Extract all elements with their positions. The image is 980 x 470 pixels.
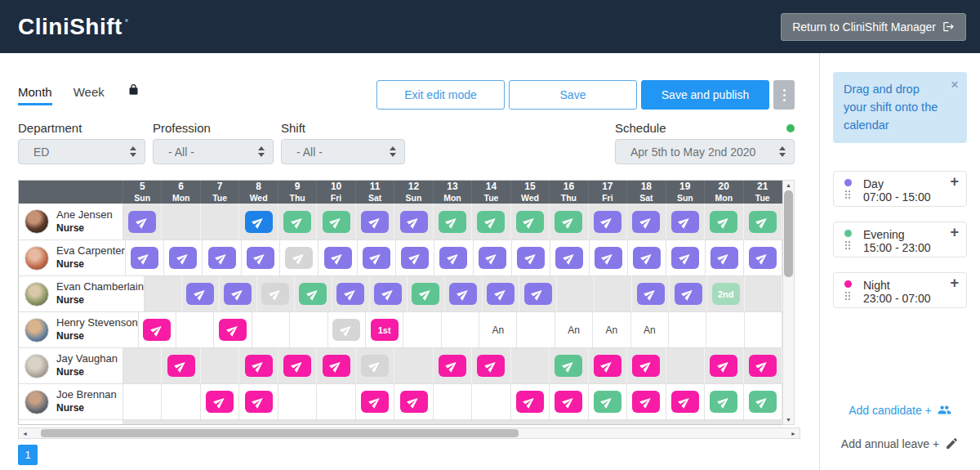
calendar-cell[interactable] <box>670 276 707 311</box>
calendar-cell[interactable]: An <box>631 312 669 347</box>
shift-badge-evening[interactable] <box>323 211 350 233</box>
shift-badge-evening[interactable] <box>439 211 466 233</box>
calendar-cell[interactable] <box>358 240 396 275</box>
calendar-cell[interactable] <box>396 240 434 275</box>
calendar-cell[interactable] <box>557 276 595 311</box>
shift-badge-day[interactable] <box>439 247 467 269</box>
add-shift-icon[interactable]: + <box>950 275 959 290</box>
shift-badge-day[interactable] <box>671 211 699 233</box>
calendar-cell[interactable] <box>595 276 632 311</box>
calendar-cell[interactable] <box>474 240 512 275</box>
calendar-cell[interactable] <box>519 276 557 311</box>
calendar-cell[interactable] <box>126 240 164 275</box>
shift-badge-night[interactable] <box>594 355 621 377</box>
shift-badge-disabled[interactable] <box>361 355 389 377</box>
calendar-cell[interactable] <box>317 348 355 383</box>
shift-badge-day[interactable] <box>675 283 702 305</box>
calendar-cell[interactable] <box>123 348 162 383</box>
shift-badge-disabled[interactable] <box>332 319 360 341</box>
shift-badge-day[interactable] <box>336 283 364 305</box>
shift-badge-night[interactable] <box>143 319 171 341</box>
calendar-cell[interactable] <box>332 276 370 311</box>
calendar-cell[interactable] <box>139 312 176 347</box>
shift-badge-evening[interactable] <box>283 211 311 233</box>
calendar-cell[interactable] <box>176 312 214 347</box>
calendar-cell[interactable]: An <box>555 312 593 347</box>
calendar-cell[interactable] <box>356 384 394 419</box>
shift-badge-day[interactable] <box>479 247 506 269</box>
calendar-cell[interactable]: 1st <box>366 312 403 347</box>
scroll-down-icon[interactable]: ▼ <box>786 415 791 424</box>
shift-badge-day[interactable] <box>749 247 777 269</box>
department-select[interactable]: ED <box>18 139 145 164</box>
shift-badge-blue[interactable] <box>245 211 273 233</box>
shift-badge-day[interactable] <box>363 247 390 269</box>
calendar-cell[interactable] <box>214 312 252 347</box>
add-shift-icon[interactable]: + <box>950 174 959 189</box>
add-annual-leave-link[interactable]: Add annual leave + <box>833 436 967 450</box>
shift-badge-day[interactable] <box>594 211 621 233</box>
shift-badge-day[interactable] <box>361 211 389 233</box>
shift-badge-night[interactable] <box>206 391 234 413</box>
calendar-cell[interactable] <box>666 204 705 239</box>
calendar-cell[interactable] <box>220 276 257 311</box>
calendar-cell[interactable] <box>278 384 317 419</box>
shift-badge-day[interactable] <box>555 247 583 269</box>
calendar-cell[interactable] <box>745 276 782 311</box>
scroll-left-icon[interactable]: ◄ <box>19 431 31 436</box>
calendar-cell[interactable]: An <box>593 312 630 347</box>
calendar-cell[interactable] <box>201 348 239 383</box>
shift-badge-evening[interactable] <box>555 355 582 377</box>
calendar-cell[interactable] <box>669 312 706 347</box>
drag-handle-icon[interactable] <box>845 190 850 199</box>
shift-badge-day[interactable] <box>517 247 545 269</box>
shift-badge-night[interactable] <box>632 391 660 413</box>
calendar-cell[interactable] <box>706 312 744 347</box>
calendar-cell[interactable] <box>550 384 588 419</box>
calendar-cell[interactable] <box>632 276 670 311</box>
shift-badge-night[interactable] <box>632 355 660 377</box>
shift-badge-night[interactable] <box>400 391 428 413</box>
calendar-cell[interactable] <box>164 240 203 275</box>
scroll-right-icon[interactable]: ► <box>787 431 800 436</box>
save-button[interactable]: Save <box>509 80 637 110</box>
calendar-cell[interactable] <box>472 384 510 419</box>
calendar-cell[interactable] <box>705 348 743 383</box>
calendar-cell[interactable]: An <box>479 312 517 347</box>
calendar-cell[interactable] <box>257 276 295 311</box>
calendar-cell[interactable] <box>145 276 182 311</box>
calendar-cell[interactable] <box>201 204 239 239</box>
calendar-cell[interactable] <box>394 204 433 239</box>
shift-badge-night[interactable] <box>245 355 273 377</box>
shift-card-day[interactable]: Day07:00 - 15:00+ <box>833 171 967 207</box>
calendar-cell[interactable] <box>239 204 278 239</box>
shift-badge-night[interactable] <box>516 391 544 413</box>
add-shift-icon[interactable]: + <box>950 225 959 239</box>
shift-badge-day[interactable] <box>247 247 274 269</box>
calendar-cell[interactable] <box>589 348 627 383</box>
shift-badge-day[interactable] <box>671 247 699 269</box>
return-manager-button[interactable]: Return to CliniShift Manager <box>781 13 966 41</box>
calendar-cell[interactable] <box>589 204 627 239</box>
shift-badge-night[interactable] <box>245 391 273 413</box>
more-options-button[interactable] <box>773 80 795 110</box>
calendar-cell[interactable] <box>162 384 200 419</box>
shift-badge-day[interactable] <box>208 247 236 269</box>
shift-badge-day[interactable] <box>487 283 514 305</box>
calendar-cell[interactable] <box>356 348 394 383</box>
profession-select[interactable]: - All - <box>153 139 274 164</box>
calendar-cell[interactable] <box>242 240 280 275</box>
shift-badge-day[interactable] <box>595 247 622 269</box>
calendar-cell[interactable] <box>666 384 705 419</box>
calendar-cell[interactable] <box>434 204 472 239</box>
shift-badge-day[interactable] <box>128 211 156 233</box>
calendar-cell[interactable] <box>744 384 782 419</box>
shift-badge-evening[interactable] <box>710 211 737 233</box>
calendar-cell[interactable] <box>550 348 588 383</box>
tab-month[interactable]: Month <box>18 85 52 105</box>
horizontal-scroll-thumb[interactable] <box>41 429 519 437</box>
calendar-cell[interactable] <box>590 240 628 275</box>
calendar-cell[interactable] <box>517 312 555 347</box>
shift-badge-day[interactable] <box>633 247 661 269</box>
shift-rank-badge[interactable]: 1st <box>371 319 399 341</box>
